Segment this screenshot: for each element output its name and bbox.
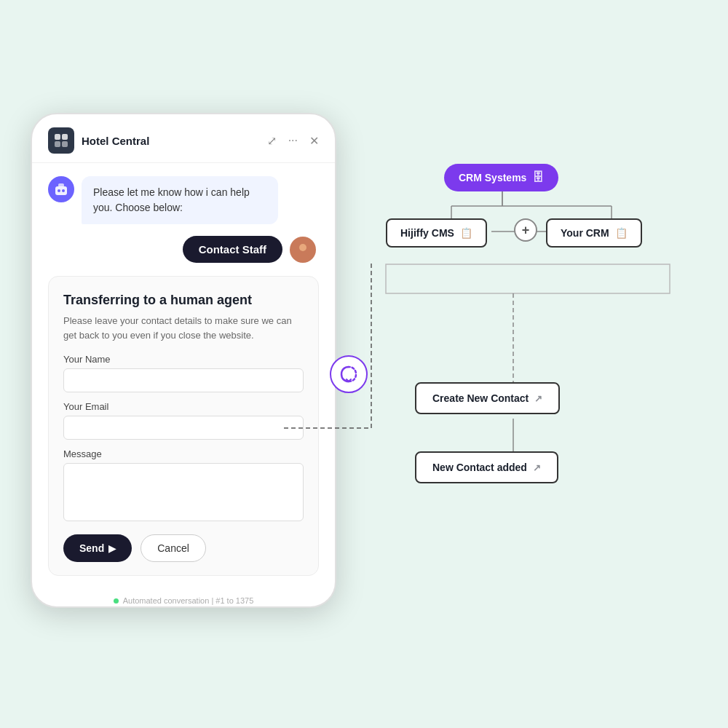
logo-text: Hotel Central (82, 135, 149, 147)
hijiffy-label: Hijiffy CMS (400, 227, 454, 239)
crm-systems-icon: 🗄 (532, 171, 544, 184)
crm-systems-node[interactable]: CRM Systems 🗄 (444, 164, 558, 191)
message-input[interactable] (63, 463, 304, 521)
contact-staff-row: Contact Staff (48, 236, 319, 263)
transfer-title: Transferring to a human agent (63, 293, 304, 308)
svg-point-7 (62, 189, 65, 192)
email-label: Your Email (63, 401, 304, 412)
contact-added-node[interactable]: New Contact added ↗ (415, 451, 558, 483)
plus-label: + (522, 223, 530, 238)
transfer-form: Transferring to a human agent Please lea… (48, 276, 319, 576)
hijiffy-node[interactable]: Hijiffy CMS 📋 (386, 218, 487, 248)
create-contact-node[interactable]: Create New Contact ↗ (415, 382, 560, 414)
svg-rect-4 (55, 186, 67, 195)
flow-diagram: CRM Systems 🗄 Hijiffy CMS 📋 + Your CRM 📋… (357, 157, 713, 571)
svg-point-8 (299, 244, 306, 251)
plus-node[interactable]: + (514, 218, 537, 242)
crm-systems-label: CRM Systems (459, 172, 526, 183)
send-label: Send (79, 542, 104, 554)
footer-text: Automated conversation | #1 to 1375 (123, 596, 254, 605)
svg-rect-0 (55, 134, 60, 140)
bot-avatar (48, 176, 74, 202)
message-label: Message (63, 448, 304, 459)
phone-body: Please let me know how i can help you. C… (32, 163, 335, 589)
svg-rect-3 (62, 141, 68, 147)
contact-staff-button[interactable]: Contact Staff (183, 236, 282, 263)
name-input[interactable] (63, 368, 304, 392)
hijiffy-icon: 📋 (460, 227, 472, 239)
svg-rect-18 (386, 264, 670, 293)
phone-mockup: Hotel Central ⤢ ··· ✕ Please let me know… (31, 113, 336, 608)
svg-point-6 (58, 189, 60, 192)
svg-rect-5 (58, 183, 64, 187)
svg-point-9 (297, 253, 309, 259)
phone-footer: Automated conversation | #1 to 1375 (32, 589, 335, 608)
close-icon[interactable]: ✕ (309, 134, 319, 148)
send-button[interactable]: Send ▶ (63, 534, 132, 562)
user-avatar (290, 237, 316, 263)
create-contact-label: Create New Contact (432, 392, 529, 404)
your-crm-label: Your CRM (561, 227, 609, 239)
phone-header: Hotel Central ⤢ ··· ✕ (32, 114, 335, 163)
your-crm-node[interactable]: Your CRM 📋 (546, 218, 642, 248)
status-dot (114, 598, 119, 604)
cancel-button[interactable]: Cancel (141, 534, 206, 562)
create-contact-icon: ↗ (534, 393, 542, 404)
expand-icon[interactable]: ⤢ (267, 134, 277, 148)
chat-bubble-text: Please let me know how i can help you. C… (82, 176, 278, 224)
svg-rect-2 (55, 141, 60, 147)
chat-bubble: Please let me know how i can help you. C… (48, 176, 319, 224)
phone-controls: ⤢ ··· ✕ (267, 134, 319, 148)
connector-circle (330, 355, 368, 393)
name-label: Your Name (63, 354, 304, 365)
svg-rect-1 (62, 134, 68, 140)
your-crm-icon: 📋 (615, 227, 628, 239)
send-icon: ▶ (108, 543, 116, 554)
transfer-desc: Please leave your contact details to mak… (63, 314, 304, 342)
logo-icon (48, 127, 74, 154)
contact-added-icon: ↗ (533, 462, 541, 473)
contact-added-label: New Contact added (432, 462, 527, 473)
phone-logo: Hotel Central (48, 127, 149, 154)
form-buttons: Send ▶ Cancel (63, 534, 304, 562)
more-icon[interactable]: ··· (288, 134, 298, 147)
email-input[interactable] (63, 416, 304, 440)
